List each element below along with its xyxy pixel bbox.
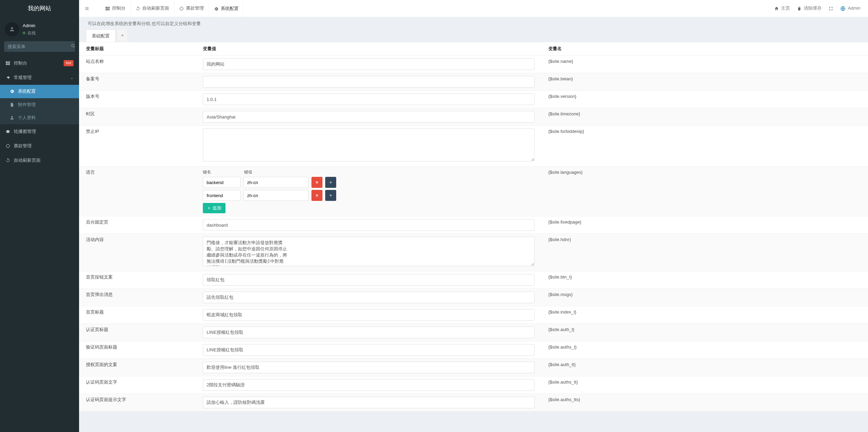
cfg-var: {$site.auth_tt} (541, 359, 868, 376)
cfg-var: {$site.languages} (541, 166, 868, 216)
chevron-down-icon: ⌄ (70, 75, 74, 81)
sidebar-sub-2[interactable]: 个人资料 (0, 111, 79, 124)
refresh-icon (135, 6, 140, 11)
sidebar-item-0[interactable]: 控制台hot (0, 56, 79, 70)
kv-key-0[interactable] (203, 177, 241, 188)
sidebar-sub-1[interactable]: 附件管理 (0, 98, 79, 111)
sidebar-toggle[interactable] (79, 0, 95, 17)
nav-home[interactable]: 主页 (774, 5, 790, 11)
config-tbody: 站点名称 {$site.name}备案号 {$site.beian}版本号 {$… (79, 56, 868, 411)
search-button[interactable] (69, 41, 75, 52)
cfg-title: 活动内容 (79, 234, 196, 271)
kv-add-button[interactable] (325, 190, 336, 201)
cfg-input-14[interactable] (203, 379, 535, 391)
brand-logo[interactable]: 我的网站 (0, 0, 79, 17)
globe-icon (840, 6, 846, 11)
cfg-title: 站点名称 (79, 56, 196, 73)
bars-icon (85, 6, 89, 11)
cfg-title: 授权页面的文案 (79, 359, 196, 376)
config-row: 首页标题 {$site.index_t} (79, 306, 868, 323)
trash-icon (797, 6, 802, 11)
config-table: 变量标题 变量值 变量名 站点名称 {$site.name}备案号 {$site… (79, 42, 868, 411)
kv-add-button[interactable] (325, 177, 336, 188)
kv-append-button[interactable]: 追加 (203, 203, 226, 213)
cfg-textarea-7[interactable]: 門檻後，才能審活動方申請發放對應獎 勵。請您理解，如您中途因任何原因停止 繼續參… (203, 237, 535, 266)
tab-add[interactable] (117, 29, 128, 41)
gear-icon (10, 89, 14, 94)
kv-remove-button[interactable] (311, 190, 322, 201)
cfg-input-9[interactable] (203, 292, 535, 303)
user-name: Admin (23, 23, 36, 29)
cfg-var: {$site.name} (541, 56, 868, 73)
sidebar-item-2[interactable]: 轮播图管理 (0, 124, 79, 139)
sidebar-menu: 控制台hot常规管理⌄系统配置附件管理个人资料轮播图管理票款管理自动刷新页面 (0, 56, 79, 168)
cfg-input-12[interactable] (203, 344, 535, 356)
cfg-title: 认证页标题 (79, 323, 196, 341)
cfg-var: {$site.forbiddenip} (541, 126, 868, 166)
sidebar-sub-0[interactable]: 系统配置 (0, 85, 79, 98)
cfg-title: 语言 (79, 166, 196, 216)
cfg-title: 首页弹出消息 (79, 288, 196, 306)
nav-fullscreen[interactable] (828, 6, 833, 11)
cfg-title: 首页标题 (79, 306, 196, 323)
top-tab-2[interactable]: 票款管理 (174, 0, 209, 17)
cfg-var: {$site.version} (541, 91, 868, 108)
kv-row (203, 190, 535, 201)
cfg-var: {$site.auths_tts} (541, 394, 868, 411)
plus-icon (120, 33, 124, 37)
dashboard-icon (6, 61, 10, 66)
cfg-input-11[interactable] (203, 327, 535, 338)
config-row: 语言 键名键值 追加 {$site.languages} (79, 166, 868, 216)
top-tab-3[interactable]: 系统配置 (209, 0, 244, 17)
nav-account[interactable]: Admin (840, 5, 860, 11)
page-description: 可以在此增改系统的变量和分组,也可以自定义分组和变量 (79, 17, 868, 29)
config-row: 验证码页面标题 {$site.auths_t} (79, 341, 868, 359)
cfg-input-3[interactable] (203, 111, 535, 123)
sidebar-item-1[interactable]: 常规管理⌄ (0, 70, 79, 85)
config-row: 后台固定页 {$site.fixedpage} (79, 216, 868, 234)
kv-val-0[interactable] (243, 177, 309, 188)
top-tab-0[interactable]: 控制台 (100, 0, 131, 17)
cfg-textarea-4[interactable] (203, 128, 535, 161)
cfg-title: 认证码页面文字 (79, 376, 196, 394)
search-input[interactable] (4, 41, 69, 52)
cfg-var: {$site.fixedpage} (541, 216, 868, 234)
config-tabs: 基础配置 (79, 29, 868, 42)
config-row: 首页按钮文案 {$site.btn_t} (79, 271, 868, 288)
sidebar-user[interactable]: Admin 在线 (0, 17, 79, 41)
cfg-input-10[interactable] (203, 309, 535, 321)
cfg-input-0[interactable] (203, 58, 535, 70)
tab-basic[interactable]: 基础配置 (86, 30, 116, 42)
cfg-title: 后台固定页 (79, 216, 196, 234)
avatar (5, 22, 19, 36)
cfg-input-2[interactable] (203, 93, 535, 105)
config-row: 授权页面的文案 {$site.auth_tt} (79, 359, 868, 376)
carousel-icon (6, 129, 10, 134)
cfg-var: {$site.auths_t} (541, 341, 868, 359)
cfg-input-1[interactable] (203, 76, 535, 88)
badge-hot: hot (64, 60, 74, 66)
cfg-input-8[interactable] (203, 274, 535, 286)
nav-clear-cache[interactable]: 清除缓存 (797, 5, 822, 11)
kv-key-1[interactable] (203, 190, 241, 201)
expand-icon (828, 6, 833, 11)
kv-row (203, 177, 535, 188)
page: 可以在此增改系统的变量和分组,也可以自定义分组和变量 基础配置 变量标题 变量值… (79, 0, 868, 411)
kv-val-1[interactable] (243, 190, 309, 201)
cfg-var: {$site.auths_tt} (541, 376, 868, 394)
cfg-input-6[interactable] (203, 219, 535, 231)
kv-remove-button[interactable] (311, 177, 322, 188)
cfg-var: {$site.hdnr} (541, 234, 868, 271)
cfg-var: {$site.msgs} (541, 288, 868, 306)
config-row: 站点名称 {$site.name} (79, 56, 868, 73)
top-navbar: 控制台自动刷新页面票款管理系统配置 主页 清除缓存 Admin (79, 0, 868, 17)
cfg-input-15[interactable] (203, 397, 535, 408)
cfg-input-13[interactable] (203, 362, 535, 373)
sidebar-item-3[interactable]: 票款管理 (0, 139, 79, 153)
config-row: 禁止IP {$site.forbiddenip} (79, 126, 868, 166)
circle-icon (179, 6, 184, 11)
top-tab-1[interactable]: 自动刷新页面 (131, 0, 174, 17)
cfg-var: {$site.beian} (541, 73, 868, 91)
sidebar-item-4[interactable]: 自动刷新页面 (0, 153, 79, 168)
cogs-icon (6, 75, 10, 80)
